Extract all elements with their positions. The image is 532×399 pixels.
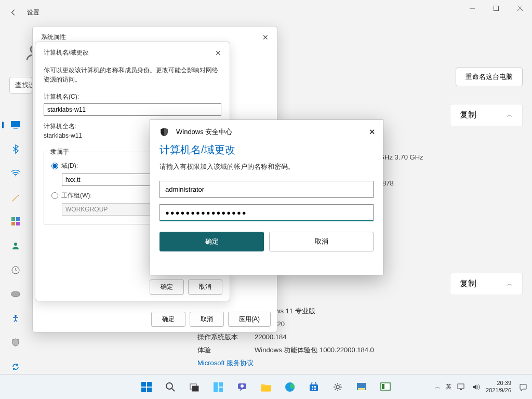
svg-rect-16 [141,382,146,387]
chevron-up-icon: ︿ [507,280,513,288]
widgets-icon[interactable] [208,377,229,397]
taskbar-center [136,377,396,397]
svg-rect-14 [11,292,20,297]
notifications-icon[interactable] [518,382,528,392]
rename-pc-button[interactable]: 重命名这台电脑 [456,68,523,86]
nav-time[interactable] [5,262,26,277]
svg-rect-41 [458,384,464,389]
sysprops-ok-button[interactable]: 确定 [151,312,185,327]
copy-label-2: 复制 [460,278,476,289]
clock[interactable]: 20:39 2021/9/26 [486,380,511,393]
tray-caret[interactable]: ︿ [435,383,441,391]
password-input[interactable] [159,204,374,221]
close-button[interactable] [508,0,532,17]
nav-gaming[interactable] [5,287,26,302]
chevron-up-icon: ︿ [507,111,513,119]
nav-system[interactable] [5,117,26,132]
svg-point-12 [14,243,17,246]
security-dialog: Windows 安全中心 ✕ 计算机名/域更改 请输入有权限加入该域的帐户的名称… [150,119,383,275]
svg-rect-31 [310,384,318,391]
sysprops-apply-button[interactable]: 应用(A) [228,312,271,327]
nav-bluetooth[interactable] [5,142,26,157]
sysprops-title-text: 系统属性 [41,33,66,42]
settings-taskbar-icon[interactable] [327,377,348,397]
taskbar: ︿ 英 20:39 2021/9/26 [0,374,532,399]
security-subtext: 请输入有权限加入该域的帐户的名称和密码。 [159,162,374,171]
svg-rect-8 [11,217,15,221]
window-title: 设置 [27,8,39,17]
app-icon-2[interactable] [375,377,396,397]
start-button[interactable] [136,377,157,397]
svg-point-20 [166,383,172,389]
nav-accounts[interactable] [5,238,26,254]
member-of-legend: 隶属于 [48,148,71,156]
chat-icon[interactable] [232,377,252,397]
window-controls [460,0,532,17]
svg-rect-25 [219,382,223,387]
nav-network[interactable] [5,166,26,181]
svg-rect-9 [16,217,20,221]
workgroup-radio[interactable] [51,192,58,199]
nav-update[interactable] [5,359,26,374]
search-icon[interactable] [160,377,181,397]
security-ok-button[interactable]: 确定 [159,232,264,251]
edge-icon[interactable] [280,377,300,397]
app-icon-1[interactable] [351,377,372,397]
windows-spec-expander[interactable]: 复制 ︿ [450,273,523,295]
nav-accessibility[interactable] [5,311,26,326]
maximize-button[interactable] [484,0,508,17]
domain-radio[interactable] [51,163,58,169]
volume-tray-icon[interactable] [471,382,481,392]
nav-privacy[interactable] [5,335,26,350]
compname-cancel-button[interactable]: 取消 [188,280,222,295]
svg-rect-11 [16,222,20,225]
svg-line-21 [172,389,175,391]
svg-rect-10 [11,222,15,225]
search-input[interactable]: 查找设 [9,77,32,94]
username-input[interactable] [159,181,374,198]
svg-rect-35 [314,389,316,390]
security-cancel-button[interactable]: 取消 [269,232,374,251]
nav-personalization[interactable] [5,190,26,205]
workgroup-label: 工作组(W): [61,191,92,200]
compname-ok-button[interactable]: 确定 [150,280,184,295]
copy-label: 复制 [460,110,476,121]
computer-name-input[interactable] [44,103,221,116]
store-icon[interactable] [303,377,324,397]
clock-date: 2021/9/26 [486,387,511,394]
svg-point-28 [241,384,244,388]
domain-label: 域(D): [61,162,78,170]
ime-indicator[interactable]: 英 [446,383,451,391]
network-tray-icon[interactable] [457,382,466,392]
svg-rect-40 [382,384,384,389]
security-window-title: Windows 安全中心 [176,127,232,137]
svg-rect-17 [147,382,152,387]
sysprops-cancel-button[interactable]: 取消 [190,312,224,327]
close-icon[interactable]: ✕ [369,127,376,137]
spec-build: 操作系统版本22000.184 [197,332,286,342]
ms-agreement-link[interactable]: Microsoft 服务协议 [197,358,254,368]
explorer-icon[interactable] [256,377,276,397]
compname-title-text: 计算机名/域更改 [44,48,89,57]
svg-rect-26 [219,388,223,392]
svg-point-7 [15,176,16,177]
nav-apps[interactable] [5,214,26,229]
svg-rect-34 [312,389,313,390]
compname-desc: 你可以更改该计算机的名称和成员身份。更改可能会影响对网络资源的访问。 [44,65,221,84]
titlebar: 设置 [0,0,532,25]
computer-name-label: 计算机名(C): [44,92,221,101]
clock-time: 20:39 [486,380,511,387]
system-tray: ︿ 英 20:39 2021/9/26 [435,380,528,393]
svg-rect-1 [494,6,499,11]
close-icon[interactable]: ✕ [262,33,269,42]
svg-rect-38 [358,388,365,390]
device-spec-expander[interactable]: 复制 ︿ [450,104,523,126]
svg-rect-5 [11,121,20,127]
back-button[interactable] [6,5,21,20]
svg-rect-23 [192,386,198,391]
shield-icon [159,127,169,137]
close-icon[interactable]: ✕ [215,49,221,57]
svg-rect-33 [314,386,316,388]
minimize-button[interactable] [460,0,484,17]
task-view-icon[interactable] [184,377,205,397]
